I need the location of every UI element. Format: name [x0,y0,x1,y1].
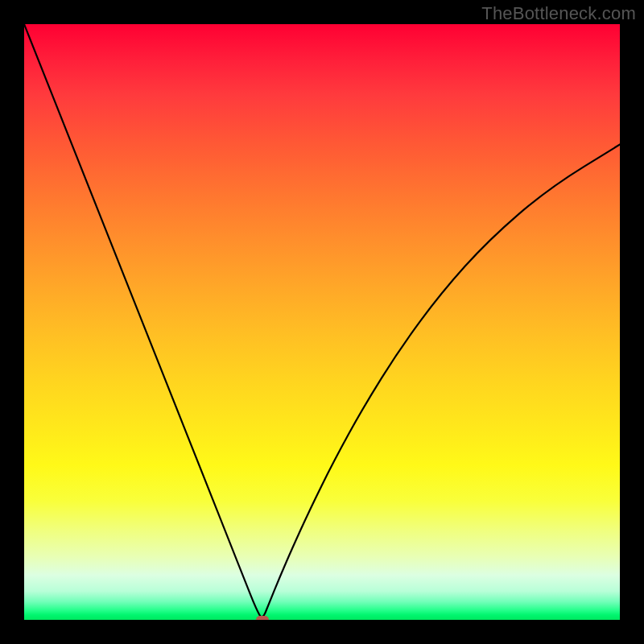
chart-frame: TheBottleneck.com [0,0,644,644]
bottleneck-curve [24,24,620,620]
plot-area [24,24,620,620]
watermark-text: TheBottleneck.com [481,3,636,24]
optimum-marker [256,616,269,620]
